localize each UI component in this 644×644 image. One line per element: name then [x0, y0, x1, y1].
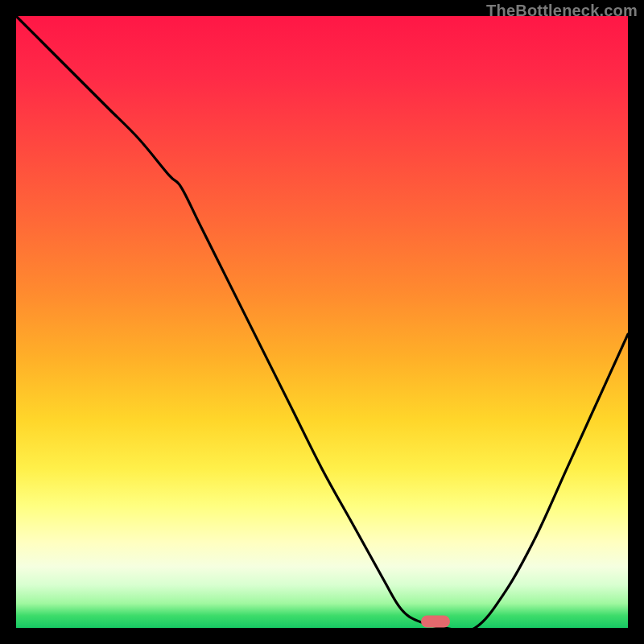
chart-frame: TheBottleneck.com: [0, 0, 644, 644]
optimal-point-marker: [421, 616, 450, 628]
bottleneck-curve: [16, 16, 628, 628]
curve-svg: [16, 16, 628, 628]
plot-area: [16, 16, 628, 628]
